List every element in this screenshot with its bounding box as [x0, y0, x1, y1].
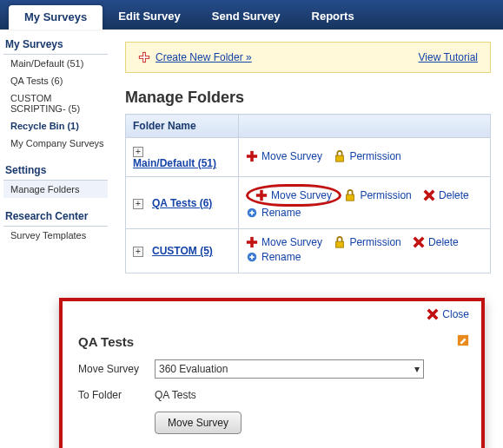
svg-rect-14: [247, 240, 257, 244]
sidebar-item-company-surveys[interactable]: My Company Surveys: [3, 135, 108, 152]
close-button[interactable]: Close: [427, 308, 469, 320]
expand-icon[interactable]: +: [133, 199, 143, 209]
survey-select[interactable]: 360 Evaluation ▾: [155, 359, 424, 379]
permission-link[interactable]: Permission: [334, 150, 400, 162]
create-new-folder-link[interactable]: Create New Folder »: [156, 51, 252, 63]
tab-reports[interactable]: Reports: [296, 3, 370, 30]
create-folder-bar: Create New Folder » View Tutorial: [125, 42, 491, 73]
move-survey-label: Move Survey: [78, 363, 148, 375]
permission-link[interactable]: Permission: [344, 189, 411, 201]
to-folder-row: To Folder QA Tests: [78, 389, 466, 401]
edit-icon[interactable]: [457, 334, 469, 346]
action-label: Permission: [360, 189, 411, 201]
rename-icon: [246, 251, 258, 263]
action-label: Move Survey: [271, 189, 332, 201]
delete-icon: [413, 236, 425, 248]
action-label: Permission: [349, 150, 400, 162]
svg-rect-6: [336, 155, 344, 161]
sidebar-group-my-surveys: My Surveys: [3, 35, 108, 55]
expand-icon[interactable]: +: [133, 247, 143, 257]
to-folder-value: QA Tests: [155, 389, 196, 401]
chevron-down-icon: ▾: [414, 363, 420, 375]
expand-icon[interactable]: +: [133, 147, 143, 157]
lock-icon: [334, 236, 346, 248]
sidebar-item-survey-templates[interactable]: Survey Templates: [3, 227, 108, 244]
svg-rect-8: [256, 194, 267, 197]
tab-my-surveys[interactable]: My Surveys: [9, 5, 103, 30]
table-header-folder-name: Folder Name: [126, 115, 239, 138]
sidebar-group-research-center: Research Center: [3, 207, 108, 227]
close-icon: [427, 308, 439, 320]
folder-link-qa-tests[interactable]: QA Tests (6): [152, 197, 212, 209]
action-label: Delete: [439, 189, 469, 201]
action-label: Move Survey: [261, 150, 322, 162]
sidebar-item-custom-scripting[interactable]: CUSTOM SCRIPTING- (5): [3, 89, 108, 117]
action-label: Rename: [261, 207, 301, 219]
tab-send-survey[interactable]: Send Survey: [196, 3, 296, 30]
delete-link[interactable]: Delete: [413, 236, 459, 248]
sidebar-item-qa-tests[interactable]: QA Tests (6): [3, 72, 108, 89]
sidebar-item-main-default[interactable]: Main/Default (51): [3, 55, 108, 72]
highlighted-move-survey: Move Survey: [246, 184, 341, 207]
move-survey-row: Move Survey 360 Evaluation ▾: [78, 359, 466, 379]
plus-icon: [246, 236, 258, 248]
move-survey-link[interactable]: Move Survey: [255, 189, 332, 201]
lock-icon: [334, 150, 346, 162]
move-survey-link[interactable]: Move Survey: [246, 150, 322, 162]
table-row: + QA Tests (6) Move Survey Permission: [126, 177, 491, 229]
delete-icon: [423, 189, 435, 201]
sidebar-item-manage-folders[interactable]: Manage Folders: [3, 181, 108, 198]
rename-icon: [246, 207, 258, 219]
action-label: Rename: [261, 251, 301, 263]
permission-link[interactable]: Permission: [334, 236, 400, 248]
rename-link[interactable]: Rename: [246, 207, 301, 219]
folders-table: Folder Name + Main/Default (51) Move Sur…: [125, 114, 491, 273]
sidebar-group-settings: Settings: [3, 161, 108, 181]
main-content: Create New Folder » View Tutorial Manage…: [111, 30, 503, 282]
folder-link-main-default[interactable]: Main/Default (51): [133, 157, 216, 169]
move-survey-button[interactable]: Move Survey: [155, 412, 242, 434]
plus-icon: [255, 189, 268, 201]
modal-button-row: Move Survey: [155, 412, 466, 434]
action-label: Delete: [428, 236, 459, 248]
plus-icon: [246, 150, 258, 162]
rename-link[interactable]: Rename: [246, 251, 301, 263]
action-label: Permission: [349, 236, 400, 248]
to-folder-label: To Folder: [78, 389, 148, 401]
table-row: + Main/Default (51) Move Survey Permissi…: [126, 138, 491, 177]
delete-link[interactable]: Delete: [423, 189, 469, 201]
plus-icon: [138, 51, 150, 63]
svg-rect-9: [347, 194, 354, 201]
table-row: + CUSTOM (5) Move Survey Permission: [126, 229, 491, 273]
sidebar-item-recycle-bin[interactable]: Recycle Bin (1): [3, 117, 108, 135]
table-header-actions: [239, 115, 491, 138]
view-tutorial-link[interactable]: View Tutorial: [419, 51, 478, 63]
action-label: Move Survey: [261, 236, 322, 248]
top-nav: My Surveys Edit Survey Send Survey Repor…: [0, 0, 503, 30]
lock-icon: [344, 189, 356, 201]
tab-edit-survey[interactable]: Edit Survey: [103, 3, 196, 30]
svg-rect-15: [336, 241, 344, 247]
move-survey-panel: Close QA Tests Move Survey 360 Evaluatio…: [59, 298, 485, 448]
modal-title: QA Tests: [78, 334, 466, 349]
close-label: Close: [442, 308, 469, 320]
folder-link-custom[interactable]: CUSTOM (5): [152, 245, 213, 257]
page-title: Manage Folders: [125, 89, 491, 107]
survey-select-value: 360 Evaluation: [159, 363, 228, 375]
sidebar: My Surveys Main/Default (51) QA Tests (6…: [0, 30, 111, 282]
move-survey-link[interactable]: Move Survey: [246, 236, 322, 248]
svg-rect-3: [140, 56, 149, 58]
svg-rect-5: [247, 155, 257, 158]
